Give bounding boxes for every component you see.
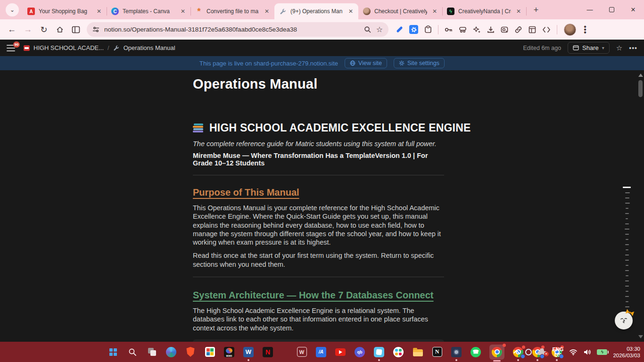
toc-mark[interactable]	[625, 244, 629, 245]
toc-mark[interactable]	[626, 275, 628, 276]
page-menu-icon[interactable]: •••	[629, 44, 637, 52]
battery-icon[interactable]: ϟ	[597, 349, 607, 355]
toc-mark[interactable]	[626, 301, 628, 302]
download-icon[interactable]	[487, 26, 495, 33]
toc-mark[interactable]	[625, 270, 629, 271]
reload-icon[interactable]: ↻	[37, 23, 51, 37]
sparkle-star-icon[interactable]	[473, 26, 481, 33]
slash-a-app-icon[interactable]: /A	[315, 346, 327, 358]
m365-icon[interactable]: M365	[223, 346, 235, 358]
profile-avatar[interactable]	[564, 24, 576, 36]
back-icon[interactable]: ←	[5, 23, 19, 37]
minimize-button[interactable]: —	[579, 0, 601, 19]
brave-icon[interactable]	[185, 346, 196, 358]
link-icon[interactable]	[514, 26, 522, 33]
toc-mark[interactable]	[626, 208, 628, 209]
maximize-button[interactable]	[601, 0, 622, 19]
start-button[interactable]	[107, 346, 119, 358]
side-panel-icon[interactable]	[69, 23, 83, 37]
tab-canva[interactable]: C Templates - Canva ✕	[107, 3, 190, 19]
toc-mark[interactable]	[626, 239, 628, 240]
browser-menu-icon[interactable]: •••	[582, 25, 588, 34]
close-icon[interactable]: ✕	[95, 8, 103, 15]
section-heading-architecture[interactable]: System Architecture — How the 7 Database…	[193, 290, 434, 301]
cart-icon[interactable]	[459, 26, 467, 33]
toc-mark[interactable]	[626, 291, 628, 292]
clipboard-icon[interactable]	[424, 25, 432, 33]
qb-app-icon[interactable]: qb	[354, 346, 365, 358]
screenshot-icon[interactable]	[501, 26, 508, 33]
view-site-button[interactable]: View site	[345, 58, 387, 68]
paint-app-icon[interactable]	[373, 346, 385, 358]
toc-mark[interactable]	[625, 223, 629, 224]
gear-square-icon[interactable]	[409, 25, 418, 34]
pen-icon[interactable]	[396, 26, 403, 33]
toc-mark[interactable]	[625, 255, 629, 255]
whatsapp-icon[interactable]: ☎	[470, 346, 481, 358]
file-explorer-icon[interactable]	[412, 346, 423, 358]
share-button[interactable]: Share ▾	[568, 42, 610, 54]
tab-operations-manual[interactable]: (9+) Operations Man ✕	[274, 3, 358, 19]
sidebar-toggle-icon[interactable]: 90	[7, 45, 15, 51]
toc-mark[interactable]	[626, 249, 628, 250]
close-icon[interactable]: ✕	[347, 8, 355, 15]
slack-icon[interactable]	[393, 346, 404, 358]
notion-ai-button[interactable]	[615, 312, 633, 329]
volume-icon[interactable]	[583, 349, 591, 355]
wattpad-icon[interactable]: W	[296, 346, 307, 358]
toc-mark[interactable]	[625, 260, 629, 261]
breadcrumb-workspace[interactable]: HIGH SCHOOL ACADE...	[33, 44, 104, 51]
toc-mark[interactable]	[625, 213, 629, 214]
home-icon[interactable]	[53, 23, 67, 37]
key-icon[interactable]	[445, 27, 453, 33]
toc-mark[interactable]	[625, 197, 629, 198]
toc-mark[interactable]	[626, 265, 628, 266]
toc-mark[interactable]	[625, 203, 630, 204]
ring-tray-icon[interactable]	[525, 349, 532, 355]
scrollbar-thumb[interactable]	[638, 80, 643, 97]
chrome-icon-active[interactable]	[489, 345, 504, 360]
close-window-button[interactable]: ✕	[622, 0, 644, 19]
section-heading-purpose[interactable]: Purpose of This Manual	[193, 187, 299, 198]
toc-mark[interactable]	[625, 192, 630, 193]
ms-store-icon[interactable]	[204, 346, 215, 358]
clock[interactable]: 03:30 2026/03/03	[613, 346, 640, 359]
toc-mark[interactable]	[625, 280, 629, 281]
toc-mark[interactable]	[626, 218, 628, 219]
scrollbar[interactable]	[637, 70, 644, 342]
close-icon[interactable]: ✕	[179, 8, 187, 15]
toc-mark[interactable]	[623, 187, 631, 188]
toc-mark[interactable]	[625, 234, 629, 235]
word-icon[interactable]: W	[243, 346, 254, 358]
task-view-icon[interactable]	[146, 346, 157, 358]
taskbar-search-icon[interactable]	[127, 346, 138, 358]
youtube-icon[interactable]	[335, 346, 346, 358]
code-icon[interactable]	[542, 26, 551, 33]
close-icon[interactable]: ✕	[515, 8, 522, 15]
address-bar[interactable]: notion.so/Operations-Manual-3181f72e5a63…	[87, 22, 388, 37]
bookmark-star-icon[interactable]: ☆	[376, 25, 383, 34]
netflix-icon[interactable]: N	[262, 346, 273, 358]
toc-mark[interactable]	[625, 306, 629, 307]
close-icon[interactable]: ✕	[431, 8, 438, 15]
toc-mark[interactable]	[625, 296, 629, 297]
forward-icon[interactable]: →	[21, 23, 35, 37]
wifi-icon[interactable]	[569, 349, 578, 355]
notion-app-icon[interactable]: N	[431, 346, 443, 358]
tab-converting-file[interactable]: * Converting file to ma ✕	[190, 3, 274, 19]
tab-shopping-bag[interactable]: A Your Shopping Bag ✕	[23, 3, 107, 19]
close-icon[interactable]: ✕	[263, 8, 271, 15]
scroll-up-arrow[interactable]	[638, 74, 643, 77]
media-player-icon[interactable]	[451, 346, 462, 358]
url-text[interactable]: notion.so/Operations-Manual-3181f72e5a63…	[104, 26, 359, 33]
new-tab-button[interactable]: +	[529, 3, 543, 17]
favorite-star-icon[interactable]: ☆	[616, 44, 622, 52]
tab-checkout[interactable]: Checkout | Creatively ✕	[358, 3, 442, 19]
table-icon[interactable]	[528, 26, 536, 33]
site-settings-button[interactable]: Site settings	[394, 58, 445, 68]
tab-creativelynanda[interactable]: ϟ CreativelyNanda | Cre ✕	[442, 3, 526, 19]
site-info-icon[interactable]	[92, 26, 99, 33]
tab-search-button[interactable]: ⌄	[6, 3, 19, 16]
toc-mark[interactable]	[625, 286, 629, 287]
search-icon[interactable]	[364, 26, 372, 33]
